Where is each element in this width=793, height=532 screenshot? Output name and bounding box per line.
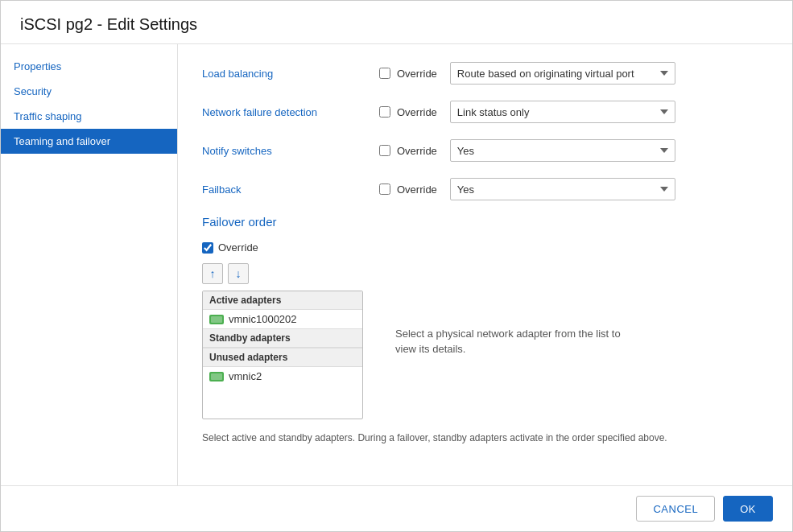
notify-switches-override-group: Override Yes	[379, 139, 675, 162]
notify-switches-row: Notify switches Override Yes	[202, 138, 768, 163]
unused-adapters-header: Unused adapters	[203, 348, 362, 367]
sidebar: Properties Security Traffic shaping Team…	[1, 44, 178, 485]
active-adapters-header: Active adapters	[203, 291, 362, 310]
main-content: Load balancing Override Route based on o…	[178, 44, 792, 485]
failback-row: Failback Override Yes	[202, 176, 768, 202]
network-failure-override-label: Override	[397, 106, 437, 118]
load-balancing-label: Load balancing	[202, 68, 379, 80]
move-up-button[interactable]: ↑	[202, 263, 223, 284]
network-failure-override-group: Override Link status only	[379, 101, 675, 123]
notify-switches-override-checkbox[interactable]	[379, 145, 390, 156]
arrow-buttons: ↑ ↓	[202, 263, 363, 284]
network-failure-dropdown[interactable]: Link status only	[450, 101, 675, 123]
load-balancing-dropdown[interactable]: Route based on originating virtual port	[450, 62, 675, 85]
failover-override-label: Override	[218, 241, 258, 254]
dialog-body: Properties Security Traffic shaping Team…	[1, 44, 792, 485]
adapter-item-vmnic1000202[interactable]: vmnic1000202	[203, 310, 362, 328]
adapter-name-vmnic2: vmnic2	[229, 370, 262, 382]
notify-switches-dropdown[interactable]: Yes	[450, 139, 675, 162]
sidebar-item-teaming-failover[interactable]: Teaming and failover	[1, 129, 177, 154]
detail-panel: Select a physical network adapter from t…	[379, 263, 768, 419]
dialog-footer: CANCEL OK	[1, 485, 792, 531]
cancel-button[interactable]: CANCEL	[636, 496, 715, 522]
adapter-name: vmnic1000202	[229, 313, 297, 325]
load-balancing-row: Load balancing Override Route based on o…	[202, 60, 768, 86]
dialog: iSCSI pg2 - Edit Settings Properties Sec…	[0, 0, 793, 532]
failover-override-row: Override	[202, 241, 768, 254]
failback-dropdown[interactable]: Yes	[450, 178, 675, 200]
adapter-icon-vmnic2	[209, 372, 224, 381]
dialog-header: iSCSI pg2 - Edit Settings	[1, 1, 792, 44]
load-balancing-override-group: Override Route based on originating virt…	[379, 62, 675, 85]
failover-override-checkbox[interactable]	[202, 242, 213, 254]
adapter-list-section: ↑ ↓ Active adapters	[202, 263, 363, 419]
failback-override-label: Override	[397, 184, 437, 196]
standby-adapters-header: Standby adapters	[203, 328, 362, 348]
failover-order-section: Failover order Override ↑	[202, 215, 768, 443]
failback-override-group: Override Yes	[379, 178, 675, 200]
sidebar-item-properties[interactable]: Properties	[1, 54, 177, 79]
network-failure-override-checkbox[interactable]	[379, 106, 390, 118]
failover-order-title: Failover order	[202, 215, 768, 229]
move-down-button[interactable]: ↓	[228, 263, 249, 284]
adapter-item-vmnic2[interactable]: vmnic2	[203, 367, 362, 386]
notify-switches-override-label: Override	[397, 145, 437, 157]
failback-label: Failback	[202, 184, 379, 196]
dialog-title: iSCSI pg2 - Edit Settings	[20, 15, 773, 34]
ok-button[interactable]: OK	[723, 496, 773, 522]
network-failure-label: Network failure detection	[202, 106, 379, 118]
adapter-list-box: Active adapters vmnic1000202 Standby ada…	[202, 291, 363, 419]
sidebar-item-security[interactable]: Security	[1, 79, 177, 104]
failover-content: ↑ ↓ Active adapters	[202, 263, 768, 419]
failback-override-checkbox[interactable]	[379, 184, 390, 195]
detail-text: Select a physical network adapter from t…	[395, 326, 637, 357]
load-balancing-override-label: Override	[397, 68, 437, 80]
adapter-icon	[209, 315, 224, 324]
up-arrow-icon: ↑	[210, 267, 216, 280]
failover-note: Select active and standby adapters. Duri…	[202, 432, 768, 443]
load-balancing-override-checkbox[interactable]	[379, 68, 390, 79]
down-arrow-icon: ↓	[236, 267, 242, 280]
notify-switches-label: Notify switches	[202, 145, 379, 157]
network-failure-row: Network failure detection Override Link …	[202, 99, 768, 125]
sidebar-item-traffic-shaping[interactable]: Traffic shaping	[1, 104, 177, 129]
